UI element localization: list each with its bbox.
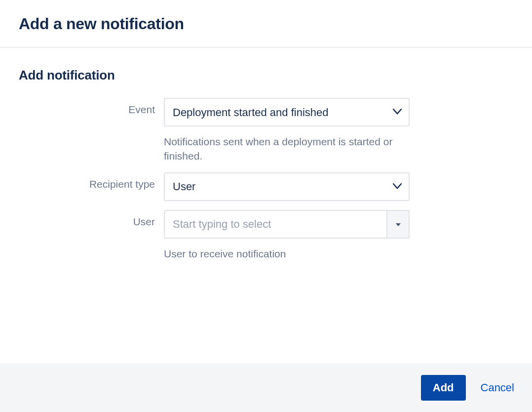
add-button[interactable]: Add <box>421 375 466 401</box>
form-row-event: Event Deployment started and finished No… <box>19 98 513 164</box>
dialog-content: Add notification Event Deployment starte… <box>0 48 532 280</box>
section-title: Add notification <box>19 68 513 83</box>
recipient-type-select[interactable]: User <box>164 172 410 201</box>
form-row-recipient-type: Recipient type User <box>19 172 513 201</box>
recipient-type-control-wrap: User <box>164 172 410 201</box>
event-label: Event <box>19 98 164 116</box>
user-input[interactable] <box>164 210 386 239</box>
event-control-wrap: Deployment started and finished Notifica… <box>164 98 410 164</box>
event-select-wrap: Deployment started and finished <box>164 98 410 126</box>
user-helper-text: User to receive notification <box>164 247 410 261</box>
event-helper-text: Notifications sent when a deployment is … <box>164 134 410 164</box>
recipient-type-select-wrap: User <box>164 172 410 201</box>
form-row-user: User User to receive notification <box>19 210 513 261</box>
user-control-wrap: User to receive notification <box>164 210 410 261</box>
dialog-header: Add a new notification <box>0 0 532 48</box>
user-label: User <box>19 210 164 228</box>
user-dropdown-button[interactable] <box>386 210 410 239</box>
user-combobox <box>164 210 410 239</box>
dialog-title: Add a new notification <box>19 15 513 33</box>
cancel-button[interactable]: Cancel <box>481 381 514 394</box>
caret-down-icon <box>396 220 401 228</box>
event-select[interactable]: Deployment started and finished <box>164 98 410 126</box>
recipient-type-label: Recipient type <box>19 172 164 191</box>
dialog-footer: Add Cancel <box>0 364 532 412</box>
